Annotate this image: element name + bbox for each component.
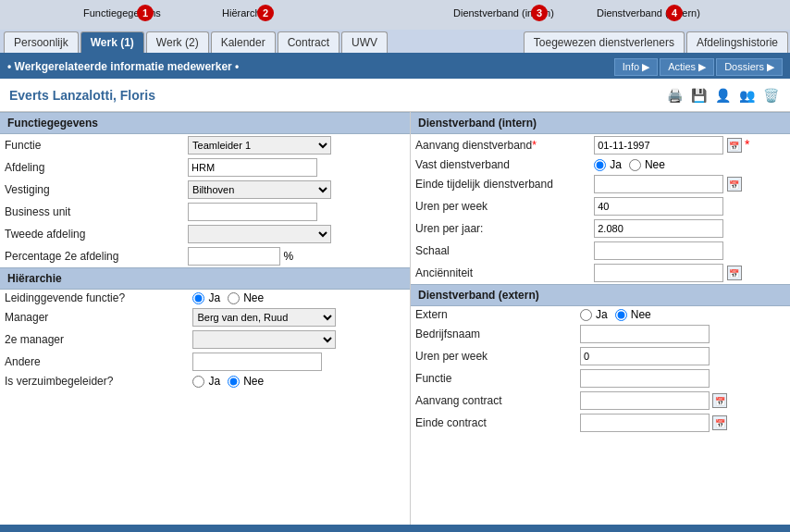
value-bedrijfsnaam [575, 323, 790, 345]
schaal-input[interactable] [594, 241, 723, 260]
print-icon[interactable]: 🖨️ [664, 85, 685, 105]
label-dienstverband-extern: Dienstverband (extern) [597, 7, 700, 19]
tab-werk1[interactable]: Werk (1) [80, 31, 144, 53]
leidinggevende-ja-radio[interactable] [192, 292, 204, 304]
label-tweede-afdeling: Tweede afdeling [0, 223, 183, 245]
dienstverband-intern-header: Dienstverband (intern) [411, 112, 790, 134]
value-vestiging: Bilthoven [183, 179, 410, 201]
content-area: Functiegegevens Functie Teamleider 1 Afd… [0, 112, 790, 525]
businessunit-input[interactable] [188, 203, 317, 221]
vast-ja-radio[interactable] [594, 159, 606, 171]
extern-nee-radio[interactable] [615, 309, 627, 321]
label-2e-manager: 2e manager [0, 328, 188, 351]
label-uren-per-week-intern: Uren per week [411, 195, 589, 217]
functiegegevens-header: Functiegegevens [0, 112, 410, 134]
vast-nee-radio[interactable] [629, 159, 641, 171]
person-icon[interactable]: 👥 [736, 85, 757, 105]
tab-contract[interactable]: Contract [278, 31, 339, 53]
vast-nee-label: Nee [645, 158, 665, 171]
leidinggevende-nee-radio[interactable] [228, 292, 240, 304]
ancienniteit-input[interactable] [594, 264, 723, 282]
value-aanvang-contract: 📅 [575, 390, 790, 412]
manager-select[interactable]: Berg van den, Ruud [192, 308, 336, 327]
aanvang-dienstverband-input[interactable] [594, 136, 723, 155]
uren-per-week-intern-input[interactable] [594, 197, 723, 216]
acties-button[interactable]: Acties ▶ [660, 58, 714, 76]
andere-input[interactable] [192, 353, 322, 371]
verzuim-ja-radio[interactable] [192, 376, 204, 388]
badge-1: 1 [137, 5, 154, 21]
field-einde-contract: Einde contract 📅 [411, 412, 790, 434]
extern-ja-label: Ja [596, 308, 608, 321]
value-einde-contract: 📅 [575, 412, 790, 434]
value-einde-tijdelijk: 📅 [589, 173, 790, 195]
label-percentage-2e: Percentage 2e afdeling [0, 245, 183, 267]
value-verzuimbegeleider: Ja Nee [188, 373, 410, 390]
2e-manager-select[interactable] [192, 330, 336, 349]
uren-per-jaar-input[interactable] [594, 219, 723, 238]
label-schaal: Schaal [411, 240, 589, 262]
einde-tijdelijk-input[interactable] [594, 175, 723, 193]
dienstverband-intern-table: Aanvang dienstverband* 📅 * Vast dienstve… [411, 134, 790, 284]
person-add-icon[interactable]: 👤 [712, 85, 733, 105]
dossiers-button[interactable]: Dossiers ▶ [716, 58, 783, 76]
tab-afdelingshistorie[interactable]: Afdelingshistorie [686, 31, 788, 53]
percentage-2e-input[interactable] [188, 247, 280, 266]
uren-per-week-extern-input[interactable] [580, 347, 710, 365]
tweede-afdeling-select[interactable] [188, 225, 331, 243]
einde-contract-calendar-icon[interactable]: 📅 [712, 415, 727, 430]
info-button[interactable]: Info ▶ [614, 58, 658, 76]
employee-name: Everts Lanzalotti, Floris [9, 88, 155, 103]
ancienniteit-calendar-icon[interactable]: 📅 [727, 266, 742, 280]
field-ancienniteit: Anciënniteit 📅 [411, 262, 790, 284]
vestiging-select[interactable]: Bilthoven [188, 180, 331, 199]
aanvang-contract-input[interactable] [580, 391, 710, 410]
value-functie-extern [575, 367, 790, 390]
extern-ja-radio[interactable] [580, 309, 592, 321]
field-aanvang-contract: Aanvang contract 📅 [411, 390, 790, 412]
aanvang-calendar-icon[interactable]: 📅 [727, 138, 742, 153]
afdeling-input[interactable] [188, 158, 317, 177]
leidinggevende-radio-group: Ja Nee [192, 291, 405, 304]
save-icon[interactable]: 💾 [688, 85, 709, 105]
bedrijfsnaam-input[interactable] [580, 325, 710, 343]
aanvang-contract-calendar-icon[interactable]: 📅 [712, 393, 727, 408]
badge-4: 4 [666, 5, 683, 21]
leidinggevende-nee-label: Nee [243, 291, 264, 304]
vast-ja-label: Ja [610, 158, 622, 171]
field-verzuimbegeleider: Is verzuimbegeleider? Ja Nee [0, 373, 410, 390]
tab-uwv[interactable]: UWV [341, 31, 388, 53]
label-verzuimbegeleider: Is verzuimbegeleider? [0, 373, 188, 390]
tab-toegewezen[interactable]: Toegewezen dienstverleners [524, 31, 685, 53]
field-leidinggevende: Leidinggevende functie? Ja Nee [0, 290, 410, 306]
info-bar-buttons: Info ▶ Acties ▶ Dossiers ▶ [614, 58, 783, 76]
tab-persoonlijk[interactable]: Persoonlijk [4, 31, 79, 53]
badge-3: 3 [531, 5, 548, 21]
field-businessunit: Business unit [0, 201, 410, 223]
field-uren-per-week-extern: Uren per week [411, 345, 790, 367]
field-extern: Extern Ja Nee [411, 306, 790, 323]
dienstverband-extern-header: Dienstverband (extern) [411, 284, 790, 306]
field-bedrijfsnaam: Bedrijfsnaam [411, 323, 790, 345]
einde-tijdelijk-calendar-icon[interactable]: 📅 [727, 177, 742, 192]
functie-select[interactable]: Teamleider 1 [188, 136, 331, 155]
extern-nee-label: Nee [631, 308, 651, 321]
dienstverband-extern-table: Extern Ja Nee Bedrijfsnaam [411, 306, 790, 434]
delete-icon[interactable]: 🗑️ [760, 85, 781, 105]
tabs-row: Persoonlijk Werk (1) Werk (2) Kalender C… [0, 30, 790, 55]
extern-radio-group: Ja Nee [580, 308, 785, 321]
einde-contract-input[interactable] [580, 414, 710, 432]
name-row: Everts Lanzalotti, Floris 🖨️ 💾 👤 👥 🗑️ [0, 79, 790, 112]
functie-extern-input[interactable] [580, 369, 710, 388]
verzuim-nee-label: Nee [243, 375, 264, 388]
bottom-bar [0, 525, 790, 532]
label-einde-tijdelijk: Einde tijdelijk dienstverband [411, 173, 589, 195]
verzuim-nee-radio[interactable] [228, 376, 240, 388]
value-vast-dienstverband: Ja Nee [589, 156, 790, 173]
value-2e-manager [188, 328, 410, 351]
label-businessunit: Business unit [0, 201, 183, 223]
tab-werk2[interactable]: Werk (2) [146, 31, 209, 53]
value-businessunit [183, 201, 410, 223]
tab-kalender[interactable]: Kalender [211, 31, 276, 53]
field-2e-manager: 2e manager [0, 328, 410, 351]
